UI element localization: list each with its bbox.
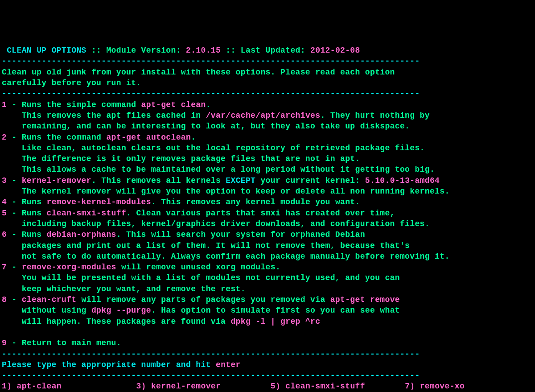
command: remove-xorg-modules — [22, 263, 116, 272]
menu-item[interactable]: 7) remove-xo — [405, 382, 465, 391]
intro-line: carefully before you run it. — [2, 78, 141, 87]
menu-item[interactable]: 1) apt-clean — [2, 382, 62, 391]
header-title: CLEAN UP OPTIONS — [7, 46, 86, 55]
divider: ----------------------------------------… — [2, 371, 420, 380]
kernel-version: 5.10.0-13-amd64 — [365, 176, 440, 185]
header-line: CLEAN UP OPTIONS :: Module Version: 2.10… — [2, 46, 360, 55]
option-line: 5 - Runs clean-smxi-stuff. Clean various… — [2, 209, 395, 218]
terminal-screen[interactable]: CLEAN UP OPTIONS :: Module Version: 2.10… — [2, 45, 533, 392]
option-number: 4 — [2, 198, 7, 206]
option-number: 7 — [2, 263, 7, 272]
command: clean-smxi-stuff — [46, 209, 126, 218]
option-line: 6 - Runs debian-orphans. This will searc… — [2, 230, 365, 239]
option-number: 8 — [2, 295, 7, 304]
divider: ----------------------------------------… — [2, 57, 420, 66]
option-line: 2 - Runs the command apt-get autoclean. — [2, 133, 196, 142]
command: remove-kernel-modules — [46, 198, 151, 206]
command: dpkg -l | grep ^rc — [230, 317, 320, 326]
option-line: 7 - remove-xorg-modules will remove unus… — [2, 263, 280, 272]
option-line: 4 - Runs remove-kernel-modules. This rem… — [2, 198, 360, 206]
option-line: without using dpkg --purge. Has option t… — [2, 306, 400, 315]
intro-line: Clean up old junk from your install with… — [2, 68, 395, 77]
command: dpkg --purge — [91, 306, 151, 315]
path: /var/cache/apt/archives — [206, 111, 321, 120]
command: debian-orphans — [46, 230, 116, 239]
option-line: 1 - Runs the simple command apt-get clea… — [2, 100, 211, 109]
option-line: This removes the apt files cached in /va… — [2, 111, 430, 120]
option-line: You will be presented with a list of mod… — [2, 273, 400, 282]
option-number: 1 — [2, 100, 7, 109]
command: apt-get remove — [330, 295, 400, 304]
divider: ----------------------------------------… — [2, 350, 420, 359]
option-line: Like clean, autoclean clears out the loc… — [2, 144, 425, 153]
menu-row: 1) apt-clean 3) kernel-remover 5) clean-… — [2, 382, 465, 391]
option-line: will happen. These packages are found vi… — [2, 317, 320, 326]
option-line: not safe to do automatically. Always con… — [2, 252, 450, 261]
option-number: 5 — [2, 209, 7, 218]
option-line: The kernel remover will give you the opt… — [2, 187, 450, 196]
menu-item[interactable]: 5) clean-smxi-stuff — [271, 382, 365, 391]
option-line: packages and print out a list of them. I… — [2, 241, 410, 250]
option-line: remaining, and can be interesting to loo… — [2, 122, 410, 131]
option-line: The difference is it only removes packag… — [2, 154, 360, 163]
option-number: 9 — [2, 338, 7, 347]
command: clean-cruft — [22, 295, 77, 304]
option-line: keep whichever you want, and remove the … — [2, 285, 246, 293]
command: apt-get autoclean — [106, 133, 191, 142]
prompt-line: Please type the appropriate number and h… — [2, 360, 241, 369]
option-line: 9 - Return to main menu. — [2, 338, 121, 347]
option-number: 2 — [2, 133, 7, 142]
except-label: EXCEPT — [226, 176, 255, 185]
enter-label: enter — [216, 360, 241, 369]
option-line: 3 - kernel-remover. This removes all ker… — [2, 176, 440, 185]
module-version: 2.10.15 — [186, 46, 221, 55]
option-line: This allows a cache to be maintained ove… — [2, 165, 435, 174]
option-number: 3 — [2, 176, 7, 185]
option-line: including backup files, kernel/graphics … — [2, 219, 430, 228]
option-number: 6 — [2, 230, 7, 239]
menu-item[interactable]: 3) kernel-remover — [136, 382, 221, 391]
command: apt-get clean — [141, 100, 206, 109]
updated-date: 2012-02-08 — [310, 46, 360, 55]
command: kernel-remover — [22, 176, 91, 185]
option-line: 8 - clean-cruft will remove any parts of… — [2, 295, 400, 304]
divider: ----------------------------------------… — [2, 89, 420, 98]
